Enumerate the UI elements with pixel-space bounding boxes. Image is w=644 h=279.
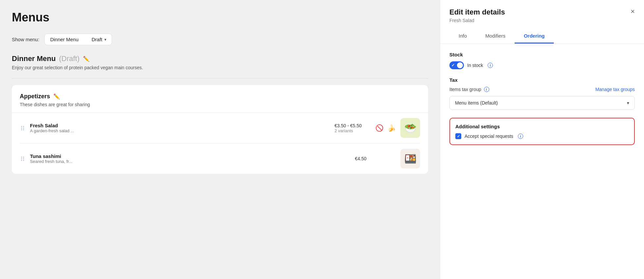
panel-header: Edit item details × Fresh Salad Info Mod…: [440, 0, 644, 44]
allergen-icon[interactable]: 🍌: [388, 124, 396, 132]
chevron-down-icon: ▾: [104, 37, 106, 42]
tax-title: Tax: [449, 77, 458, 83]
tax-chevron-icon: ▾: [627, 100, 629, 106]
item-image: 🥗: [400, 118, 420, 138]
draft-badge: Draft ▾: [92, 37, 106, 42]
item-info: Tuna sashimi Seared fresh tuna, fr...: [30, 153, 350, 164]
item-variants: 2 variants: [335, 128, 371, 133]
accept-requests-checkbox[interactable]: [455, 133, 461, 139]
item-price-section: €4.50: [355, 156, 391, 161]
menu-description: Enjoy our great selection of protein pac…: [12, 65, 428, 70]
tax-group-label: Items tax group: [449, 87, 481, 92]
item-action-icons: 🚫 🍌: [375, 124, 396, 132]
in-stock-row: ✓ In stock i: [449, 61, 635, 69]
additional-settings-title: Additional settings: [455, 124, 629, 129]
right-panel: Edit item details × Fresh Salad Info Mod…: [440, 0, 644, 279]
in-stock-label: In stock: [467, 63, 483, 68]
item-price: €3.50 - €5.50: [335, 123, 371, 128]
tax-group-dropdown[interactable]: Menu items (Default) ▾: [449, 96, 635, 110]
tabs-row: Info Modifiers Ordering: [449, 29, 635, 44]
item-info: Fresh Salad A garden-fresh salad ...: [30, 123, 330, 133]
item-price: €4.50: [355, 156, 391, 161]
section-description: These dishes are great for sharing: [20, 102, 420, 107]
drag-handle-icon[interactable]: [20, 126, 25, 130]
menu-name: Dinner Menu: [12, 54, 56, 63]
item-name: Fresh Salad: [30, 123, 330, 128]
left-panel: Menus Show menu: Dinner Menu Draft ▾ Din…: [0, 0, 440, 279]
in-stock-toggle[interactable]: ✓: [449, 61, 464, 69]
no-image-icon[interactable]: 🚫: [375, 124, 384, 132]
stock-title: Stock: [449, 52, 635, 57]
item-subtitle: A garden-fresh salad ...: [30, 128, 330, 133]
menu-title-row: Dinner Menu (Draft) ✏️: [12, 54, 428, 63]
panel-title: Edit item details: [449, 8, 505, 16]
list-item[interactable]: Fresh Salad A garden-fresh salad ... €3.…: [20, 113, 420, 143]
stock-info-icon[interactable]: i: [488, 63, 493, 68]
menu-draft-label: (Draft): [59, 54, 79, 63]
requests-info-icon[interactable]: i: [518, 134, 523, 139]
additional-settings-section: Additional settings Accept special reque…: [449, 118, 635, 145]
divider: [12, 78, 428, 78]
tax-label-row: Items tax group i Manage tax groups: [449, 87, 635, 92]
item-name: Tuna sashimi: [30, 153, 350, 159]
panel-close-row: Edit item details ×: [449, 8, 635, 16]
list-item[interactable]: Tuna sashimi Seared fresh tuna, fr... €4…: [20, 143, 420, 174]
item-subtitle: Seared fresh tuna, fr...: [30, 159, 350, 164]
section-card: Appetizers ✏️ These dishes are great for…: [12, 85, 428, 174]
toggle-check-icon: ✓: [451, 63, 455, 68]
page-title: Menus: [12, 11, 428, 24]
panel-subtitle: Fresh Salad: [449, 18, 635, 23]
tab-info[interactable]: Info: [449, 29, 476, 44]
edit-menu-icon[interactable]: ✏️: [83, 56, 90, 62]
tax-section: Tax Items tax group i Manage tax groups …: [449, 77, 635, 110]
draft-label: Draft: [92, 37, 102, 42]
accept-requests-label: Accept special requests: [465, 134, 513, 139]
drag-handle-icon[interactable]: [20, 157, 25, 161]
section-header: Appetizers ✏️: [20, 93, 420, 100]
tax-info-icon[interactable]: i: [484, 87, 489, 92]
tab-ordering[interactable]: Ordering: [515, 29, 554, 44]
section-title: Appetizers: [20, 93, 50, 100]
selected-menu-name: Dinner Menu: [50, 37, 78, 42]
tab-modifiers[interactable]: Modifiers: [476, 29, 515, 44]
item-price-section: €3.50 - €5.50 2 variants: [335, 123, 371, 133]
tax-header-row: Tax: [449, 77, 635, 83]
manage-tax-link[interactable]: Manage tax groups: [595, 87, 635, 92]
special-requests-row: Accept special requests i: [455, 133, 629, 139]
close-button[interactable]: ×: [631, 8, 635, 15]
panel-content: Stock ✓ In stock i Tax Items tax group i…: [440, 44, 644, 153]
show-menu-row: Show menu: Dinner Menu Draft ▾: [12, 34, 428, 45]
tax-group-value: Menu items (Default): [455, 100, 498, 106]
item-image: 🍱: [400, 149, 420, 169]
edit-section-icon[interactable]: ✏️: [53, 93, 60, 100]
menu-dropdown[interactable]: Dinner Menu Draft ▾: [44, 34, 112, 45]
show-menu-label: Show menu:: [12, 37, 39, 42]
stock-section: Stock ✓ In stock i: [449, 52, 635, 69]
